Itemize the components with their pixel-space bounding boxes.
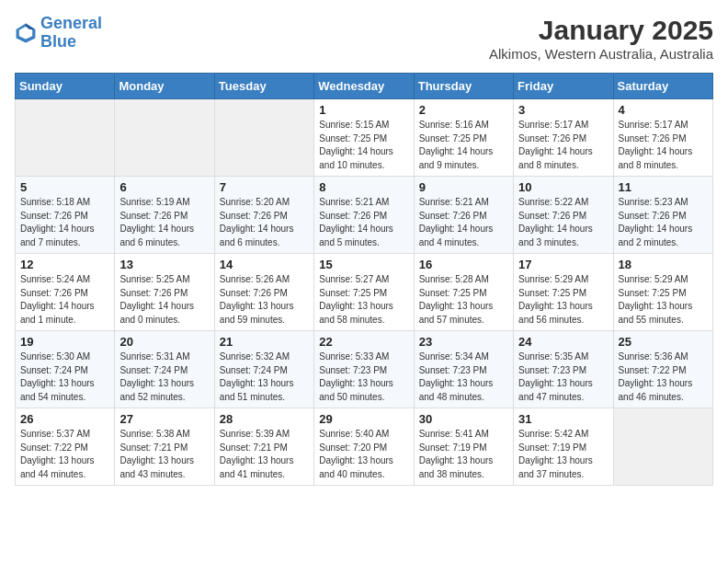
day-number: 7 (220, 180, 309, 194)
day-number: 2 (419, 103, 508, 117)
logo: General Blue (15, 15, 102, 52)
day-number: 11 (619, 180, 708, 194)
day-number: 18 (619, 258, 708, 271)
day-number: 8 (319, 180, 408, 194)
logo-icon (15, 22, 37, 44)
day-info: Sunrise: 5:27 AMSunset: 7:25 PMDaylight:… (319, 273, 408, 327)
calendar-cell: 8Sunrise: 5:21 AMSunset: 7:26 PMDaylight… (314, 177, 414, 254)
calendar-week-row: 12Sunrise: 5:24 AMSunset: 7:26 PMDayligh… (16, 254, 713, 331)
calendar-cell: 5Sunrise: 5:18 AMSunset: 7:26 PMDaylight… (16, 177, 115, 254)
day-number: 10 (518, 180, 608, 194)
calendar-cell: 18Sunrise: 5:29 AMSunset: 7:25 PMDayligh… (613, 254, 712, 331)
calendar-cell: 24Sunrise: 5:35 AMSunset: 7:23 PMDayligh… (514, 331, 613, 408)
logo-text: General Blue (40, 15, 102, 52)
day-number: 23 (419, 335, 508, 349)
calendar-cell: 20Sunrise: 5:31 AMSunset: 7:24 PMDayligh… (115, 331, 214, 408)
calendar-cell: 28Sunrise: 5:39 AMSunset: 7:21 PMDayligh… (214, 408, 313, 486)
day-number: 9 (419, 180, 508, 194)
day-info: Sunrise: 5:31 AMSunset: 7:24 PMDaylight:… (119, 350, 209, 404)
day-number: 14 (220, 258, 309, 271)
day-number: 15 (319, 258, 408, 271)
calendar-cell: 2Sunrise: 5:16 AMSunset: 7:25 PMDaylight… (414, 99, 513, 177)
day-number: 1 (319, 103, 408, 117)
day-number: 13 (119, 258, 209, 271)
calendar-cell: 13Sunrise: 5:25 AMSunset: 7:26 PMDayligh… (115, 254, 214, 331)
day-info: Sunrise: 5:21 AMSunset: 7:26 PMDaylight:… (319, 196, 408, 249)
calendar-cell: 11Sunrise: 5:23 AMSunset: 7:26 PMDayligh… (613, 177, 712, 254)
day-info: Sunrise: 5:17 AMSunset: 7:26 PMDaylight:… (619, 119, 708, 172)
weekday-header-row: SundayMondayTuesdayWednesdayThursdayFrid… (16, 74, 713, 99)
calendar-cell: 7Sunrise: 5:20 AMSunset: 7:26 PMDaylight… (214, 177, 313, 254)
day-info: Sunrise: 5:25 AMSunset: 7:26 PMDaylight:… (119, 273, 209, 327)
logo-line1: General (40, 14, 102, 32)
calendar-week-row: 19Sunrise: 5:30 AMSunset: 7:24 PMDayligh… (16, 331, 713, 408)
calendar-cell: 21Sunrise: 5:32 AMSunset: 7:24 PMDayligh… (214, 331, 313, 408)
calendar-cell: 1Sunrise: 5:15 AMSunset: 7:25 PMDaylight… (314, 99, 414, 177)
day-number: 30 (419, 412, 508, 426)
day-number: 29 (319, 412, 408, 426)
calendar-cell: 31Sunrise: 5:42 AMSunset: 7:19 PMDayligh… (514, 408, 613, 486)
day-number: 19 (20, 335, 109, 349)
day-info: Sunrise: 5:16 AMSunset: 7:25 PMDaylight:… (419, 119, 508, 172)
day-number: 4 (619, 103, 708, 117)
day-info: Sunrise: 5:22 AMSunset: 7:26 PMDaylight:… (518, 196, 608, 249)
day-info: Sunrise: 5:21 AMSunset: 7:26 PMDaylight:… (419, 196, 508, 249)
day-info: Sunrise: 5:26 AMSunset: 7:26 PMDaylight:… (220, 273, 309, 327)
day-number: 12 (20, 258, 109, 271)
calendar-table: SundayMondayTuesdayWednesdayThursdayFrid… (15, 73, 713, 486)
logo-line2: Blue (40, 32, 76, 51)
day-info: Sunrise: 5:18 AMSunset: 7:26 PMDaylight:… (20, 196, 109, 249)
day-info: Sunrise: 5:29 AMSunset: 7:25 PMDaylight:… (619, 273, 708, 327)
day-info: Sunrise: 5:20 AMSunset: 7:26 PMDaylight:… (220, 196, 309, 249)
day-info: Sunrise: 5:30 AMSunset: 7:24 PMDaylight:… (20, 350, 109, 404)
day-number: 28 (220, 412, 309, 426)
day-number: 22 (319, 335, 408, 349)
calendar-cell: 4Sunrise: 5:17 AMSunset: 7:26 PMDaylight… (613, 99, 712, 177)
day-info: Sunrise: 5:38 AMSunset: 7:21 PMDaylight:… (119, 428, 209, 481)
day-info: Sunrise: 5:36 AMSunset: 7:22 PMDaylight:… (619, 350, 708, 404)
calendar-cell: 16Sunrise: 5:28 AMSunset: 7:25 PMDayligh… (414, 254, 513, 331)
calendar-cell (16, 99, 115, 177)
calendar-cell: 30Sunrise: 5:41 AMSunset: 7:19 PMDayligh… (414, 408, 513, 486)
calendar-cell: 27Sunrise: 5:38 AMSunset: 7:21 PMDayligh… (115, 408, 214, 486)
calendar-cell: 23Sunrise: 5:34 AMSunset: 7:23 PMDayligh… (414, 331, 513, 408)
day-info: Sunrise: 5:37 AMSunset: 7:22 PMDaylight:… (20, 428, 109, 481)
day-info: Sunrise: 5:41 AMSunset: 7:19 PMDaylight:… (419, 428, 508, 481)
weekday-header-saturday: Saturday (613, 74, 712, 99)
weekday-header-sunday: Sunday (16, 74, 115, 99)
calendar-cell: 22Sunrise: 5:33 AMSunset: 7:23 PMDayligh… (314, 331, 414, 408)
day-number: 26 (20, 412, 109, 426)
weekday-header-friday: Friday (514, 74, 613, 99)
day-number: 20 (119, 335, 209, 349)
day-info: Sunrise: 5:39 AMSunset: 7:21 PMDaylight:… (220, 428, 309, 481)
weekday-header-wednesday: Wednesday (314, 74, 414, 99)
calendar-cell (115, 99, 214, 177)
day-number: 6 (119, 180, 209, 194)
day-number: 16 (419, 258, 508, 271)
day-number: 17 (518, 258, 608, 271)
location-title: Alkimos, Western Australia, Australia (489, 46, 713, 62)
calendar-cell: 25Sunrise: 5:36 AMSunset: 7:22 PMDayligh… (613, 331, 712, 408)
day-info: Sunrise: 5:24 AMSunset: 7:26 PMDaylight:… (20, 273, 109, 327)
calendar-cell: 6Sunrise: 5:19 AMSunset: 7:26 PMDaylight… (115, 177, 214, 254)
calendar-cell (214, 99, 313, 177)
day-number: 27 (119, 412, 209, 426)
day-info: Sunrise: 5:35 AMSunset: 7:23 PMDaylight:… (518, 350, 608, 404)
weekday-header-thursday: Thursday (414, 74, 513, 99)
calendar-cell: 10Sunrise: 5:22 AMSunset: 7:26 PMDayligh… (514, 177, 613, 254)
day-info: Sunrise: 5:40 AMSunset: 7:20 PMDaylight:… (319, 428, 408, 481)
calendar-cell: 19Sunrise: 5:30 AMSunset: 7:24 PMDayligh… (16, 331, 115, 408)
day-info: Sunrise: 5:29 AMSunset: 7:25 PMDaylight:… (518, 273, 608, 327)
weekday-header-tuesday: Tuesday (214, 74, 313, 99)
calendar-cell: 9Sunrise: 5:21 AMSunset: 7:26 PMDaylight… (414, 177, 513, 254)
day-info: Sunrise: 5:28 AMSunset: 7:25 PMDaylight:… (419, 273, 508, 327)
day-number: 5 (20, 180, 109, 194)
calendar-cell: 17Sunrise: 5:29 AMSunset: 7:25 PMDayligh… (514, 254, 613, 331)
calendar-cell: 26Sunrise: 5:37 AMSunset: 7:22 PMDayligh… (16, 408, 115, 486)
weekday-header-monday: Monday (115, 74, 214, 99)
calendar-week-row: 1Sunrise: 5:15 AMSunset: 7:25 PMDaylight… (16, 99, 713, 177)
day-info: Sunrise: 5:33 AMSunset: 7:23 PMDaylight:… (319, 350, 408, 404)
day-number: 3 (518, 103, 608, 117)
title-area: January 2025 Alkimos, Western Australia,… (489, 15, 713, 62)
calendar-cell: 3Sunrise: 5:17 AMSunset: 7:26 PMDaylight… (514, 99, 613, 177)
